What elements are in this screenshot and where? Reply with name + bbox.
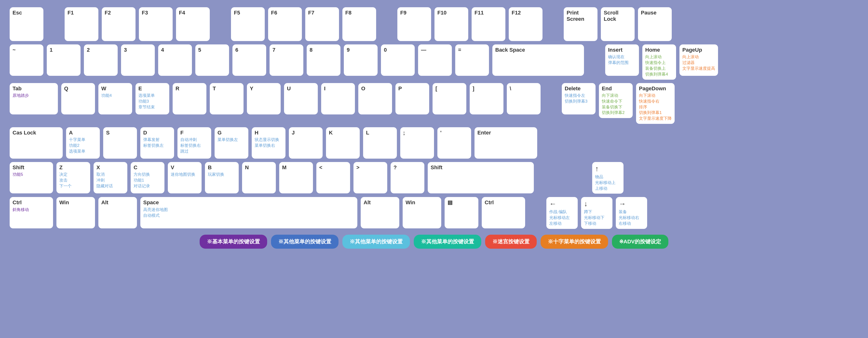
- key-3[interactable]: 3: [121, 45, 155, 76]
- key-win-left[interactable]: Win: [56, 197, 95, 228]
- key-t[interactable]: T: [210, 83, 244, 114]
- legend-other-menu-3: ※其他菜单的按键设置: [414, 235, 481, 249]
- key-quote[interactable]: ': [437, 127, 471, 159]
- legend-other-menu-1: ※其他菜单的按键设置: [271, 235, 339, 249]
- key-equals[interactable]: =: [455, 45, 489, 76]
- shift-row: Shift 功能5 Z 决定攻击下一个 X 取消冲刺隐藏对话 C 方向切换功能1…: [10, 162, 858, 194]
- key-capslock[interactable]: Cas Lock: [10, 127, 63, 159]
- key-7[interactable]: 7: [270, 45, 303, 76]
- key-f[interactable]: F 自动冲刺标签切换右跳过: [178, 127, 211, 159]
- key-f11[interactable]: F11: [472, 7, 505, 41]
- key-home[interactable]: Home 向上滚动快速指令上装备切换上切换到弹幕4: [642, 45, 676, 80]
- key-backspace[interactable]: Back Space: [492, 45, 584, 76]
- key-printscreen[interactable]: PrintScreen: [564, 7, 597, 41]
- key-6[interactable]: 6: [232, 45, 266, 76]
- key-o[interactable]: O: [358, 83, 392, 114]
- ctrl-row: Ctrl 斜角移动 Win Alt Space 高亮迷你地图自动模式 Alt W…: [10, 197, 858, 229]
- key-lbracket[interactable]: [: [433, 83, 466, 114]
- num-row: ~ 1 2 3 4 5 6 7 8 9 0 —: [10, 45, 858, 80]
- key-v[interactable]: V 迷你地图切换: [168, 162, 202, 193]
- key-p[interactable]: P: [396, 83, 429, 114]
- key-pause[interactable]: Pause: [638, 7, 672, 41]
- key-ctrl-left[interactable]: Ctrl 斜角移动: [10, 197, 53, 228]
- keyboard-container: Esc F1 F2 F3 F4 F5 F6 F7 F8 F9: [0, 0, 868, 338]
- key-e[interactable]: E 选项菜单功能3章节结束: [135, 83, 169, 114]
- key-minus[interactable]: —: [418, 45, 452, 76]
- key-f2[interactable]: F2: [102, 7, 135, 41]
- key-f8[interactable]: F8: [342, 7, 376, 41]
- key-semicolon[interactable]: ;: [400, 127, 434, 159]
- key-tab[interactable]: Tab 原地踏步: [10, 83, 58, 114]
- key-q[interactable]: Q: [61, 83, 95, 114]
- key-r[interactable]: R: [173, 83, 207, 114]
- key-f10[interactable]: F10: [434, 7, 468, 41]
- key-arrow-up[interactable]: ↑ 物品光标移动上上移动: [592, 162, 623, 194]
- legend-maze: ※迷宫按键设置: [485, 235, 537, 249]
- key-f12[interactable]: F12: [509, 7, 542, 41]
- key-g[interactable]: G 菜单切换左: [215, 127, 248, 159]
- key-u[interactable]: U: [284, 83, 318, 114]
- key-pageup[interactable]: PageUp 向上滚动过滤器文字显示速度提高: [679, 45, 718, 76]
- key-f3[interactable]: F3: [139, 7, 173, 41]
- key-9[interactable]: 9: [344, 45, 378, 76]
- key-alt-left[interactable]: Alt: [98, 197, 137, 228]
- key-tilde[interactable]: ~: [10, 45, 43, 76]
- key-arrow-left[interactable]: ← 作战·编队光标移动左左移动: [546, 197, 578, 229]
- key-8[interactable]: 8: [307, 45, 340, 76]
- key-arrow-down[interactable]: ↓ 蹲下光标移动下下移动: [581, 197, 613, 229]
- key-shift-left[interactable]: Shift 功能5: [10, 162, 53, 193]
- key-f6[interactable]: F6: [268, 7, 302, 41]
- key-space[interactable]: Space 高亮迷你地图自动模式: [140, 197, 357, 228]
- key-a[interactable]: A 十字菜单功能2选项菜单: [66, 127, 100, 159]
- key-h[interactable]: H 状态显示切换菜单切换右: [252, 127, 285, 159]
- key-ctrl-right[interactable]: Ctrl: [482, 197, 525, 228]
- key-esc[interactable]: Esc: [10, 7, 43, 41]
- legend-cross-menu: ※十字菜单的按键设置: [540, 235, 608, 249]
- fn-row: Esc F1 F2 F3 F4 F5 F6 F7 F8 F9: [10, 7, 858, 41]
- key-win-right[interactable]: Win: [403, 197, 441, 228]
- key-2[interactable]: 2: [84, 45, 118, 76]
- key-f9[interactable]: F9: [397, 7, 431, 41]
- key-slash[interactable]: ?: [391, 162, 424, 193]
- key-f4[interactable]: F4: [176, 7, 210, 41]
- key-m[interactable]: M: [279, 162, 313, 193]
- key-arrow-right[interactable]: → 装备光标移动右右移动: [616, 197, 647, 229]
- key-alt-right[interactable]: Alt: [361, 197, 399, 228]
- legend-other-menu-2: ※其他菜单的按键设置: [342, 235, 410, 249]
- key-comma[interactable]: <: [316, 162, 350, 193]
- key-c[interactable]: C 方向切换功能1对话记录: [131, 162, 164, 193]
- key-end[interactable]: End 向下滚动快速命令下装备切换下切换到弹幕2: [599, 83, 633, 118]
- key-rbracket[interactable]: ]: [470, 83, 503, 114]
- key-j[interactable]: J: [289, 127, 322, 159]
- key-f5[interactable]: F5: [231, 7, 265, 41]
- key-0[interactable]: 0: [381, 45, 415, 76]
- key-pagedown[interactable]: PageDown 向下滚动快速指令右排序切换到弹幕1文字显示速度下降: [636, 83, 675, 124]
- key-f7[interactable]: F7: [305, 7, 339, 41]
- key-l[interactable]: L: [363, 127, 397, 159]
- key-backslash[interactable]: \: [507, 83, 540, 114]
- key-d[interactable]: D 弹幕发射标签切换左: [140, 127, 174, 159]
- key-insert[interactable]: Insert 确认现在弹幕的范围: [605, 45, 639, 76]
- key-5[interactable]: 5: [195, 45, 229, 76]
- key-w[interactable]: W 功能4: [98, 83, 132, 114]
- key-y[interactable]: Y: [247, 83, 281, 114]
- key-n[interactable]: N: [242, 162, 276, 193]
- key-enter[interactable]: Enter: [474, 127, 537, 159]
- key-period[interactable]: >: [353, 162, 387, 193]
- key-1[interactable]: 1: [47, 45, 81, 76]
- key-delete[interactable]: Delete 快速指令左切换到弹幕3: [562, 83, 595, 114]
- key-scrolllock[interactable]: ScrollLock: [601, 7, 634, 41]
- legend-adv: ※ADV的按键设定: [612, 235, 669, 249]
- key-z[interactable]: Z 决定攻击下一个: [56, 162, 90, 193]
- key-b[interactable]: B 玩家切换: [205, 162, 239, 193]
- key-s[interactable]: S: [103, 127, 137, 159]
- key-k[interactable]: K: [326, 127, 360, 159]
- key-shift-right[interactable]: Shift: [428, 162, 534, 193]
- key-x[interactable]: X 取消冲刺隐藏对话: [94, 162, 127, 193]
- qwerty-row: Tab 原地踏步 Q W 功能4 E 选项菜单功能3章节结束 R T Y U I: [10, 83, 858, 124]
- legend-row: ※基本菜单的按键设置 ※其他菜单的按键设置 ※其他菜单的按键设置 ※其他菜单的按…: [10, 235, 858, 249]
- key-i[interactable]: I: [321, 83, 355, 114]
- key-menu[interactable]: ▤: [444, 197, 478, 228]
- key-4[interactable]: 4: [158, 45, 192, 76]
- key-f1[interactable]: F1: [65, 7, 98, 41]
